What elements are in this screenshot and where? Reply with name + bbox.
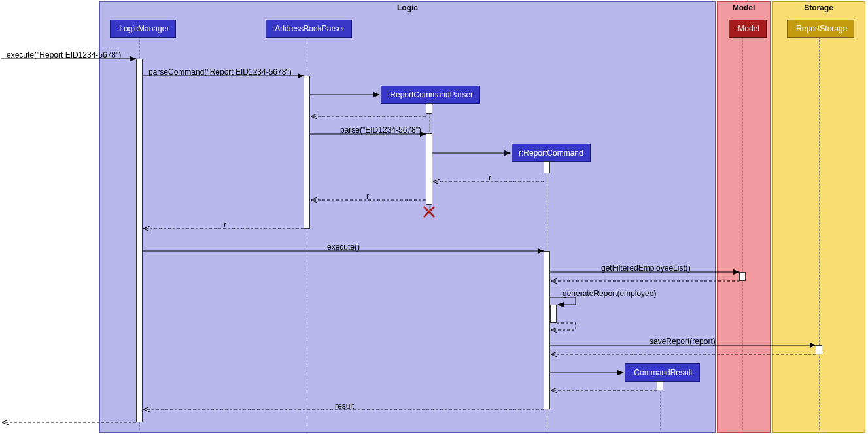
model-package-label: Model [733, 3, 755, 12]
storage-package-label: Storage [804, 3, 833, 12]
model-head: :Model [729, 20, 767, 38]
sequence-diagram: Logic Model Storage :LogicManager :Addre… [0, 0, 868, 438]
act-rcp-1 [426, 103, 432, 114]
msg-generatereport: generateReport(employee) [563, 289, 656, 298]
logic-package: Logic [99, 1, 716, 433]
act-reportcommand-create [544, 161, 550, 173]
msg-parse: parse("EID1234-5678") [340, 126, 421, 135]
msg-result: result [335, 401, 354, 411]
act-model [739, 272, 746, 281]
act-rcp-2 [426, 133, 432, 205]
act-reportcommand-exec [544, 251, 550, 409]
model-package: Model [717, 1, 771, 433]
destroy-icon [423, 205, 436, 218]
act-addressbookparser [304, 76, 310, 229]
svg-line-0 [424, 207, 434, 217]
lifeline-reportstorage [819, 37, 820, 430]
msg-r2: r [366, 192, 369, 201]
commandresult-head: :CommandResult [625, 363, 700, 382]
svg-line-1 [424, 207, 434, 217]
act-selfcall [550, 305, 557, 323]
act-logicmanager [136, 59, 143, 422]
msg-savereport: saveReport(report) [650, 337, 716, 346]
logicmanager-head: :LogicManager [110, 20, 176, 38]
lifeline-model [742, 37, 743, 430]
logic-package-label: Logic [397, 3, 418, 12]
msg-parsecommand: parseCommand("Report EID1234-5678") [148, 67, 292, 76]
reportstorage-head: :ReportStorage [787, 20, 854, 38]
reportcommandparser-head: :ReportCommandParser [381, 86, 480, 104]
msg-execute: execute() [327, 243, 360, 252]
act-commandresult [657, 381, 663, 390]
msg-r1: r [489, 173, 491, 182]
act-storage [816, 345, 822, 354]
msg-execute-in: execute("Report EID1234-5678") [7, 50, 121, 59]
msg-getfiltered: getFilteredEmployeeList() [601, 263, 691, 273]
reportcommand-head: r:ReportCommand [512, 144, 591, 162]
msg-r3: r [224, 220, 226, 229]
addressbookparser-head: :AddressBookParser [266, 20, 352, 38]
